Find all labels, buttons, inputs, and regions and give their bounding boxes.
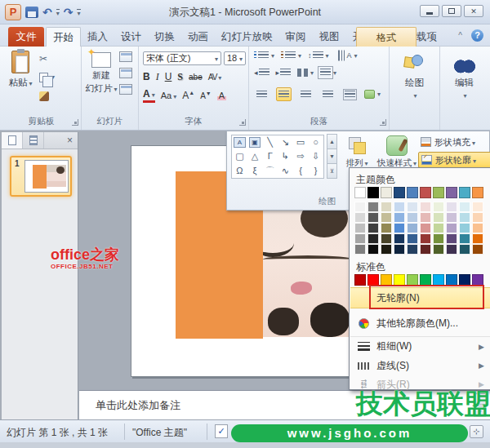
theme-color-variant-swatch[interactable]	[433, 212, 444, 223]
theme-color-variant-swatch[interactable]	[446, 223, 457, 233]
italic-button[interactable]: I	[156, 71, 159, 83]
standard-color-swatch[interactable]	[381, 274, 392, 286]
tab-4[interactable]: 切换	[148, 27, 181, 47]
theme-color-variant-swatch[interactable]	[354, 223, 366, 233]
standard-color-swatch[interactable]	[420, 274, 431, 286]
theme-color-variant-swatch[interactable]	[433, 233, 444, 244]
scroll-up-icon[interactable]: ▲	[327, 134, 337, 149]
shape-scribble-icon[interactable]: ξ	[247, 164, 263, 178]
collapse-ribbon-icon[interactable]: ^	[458, 31, 462, 40]
shape-left-brace-icon[interactable]: {	[293, 164, 309, 178]
shape-rounded-rectangle-icon[interactable]: ▢	[232, 149, 247, 163]
format-painter-button[interactable]	[39, 89, 67, 103]
align-center-button[interactable]	[276, 87, 292, 101]
shape-fill-button[interactable]: 形状填充	[418, 134, 490, 150]
text-direction-button[interactable]: A	[336, 51, 358, 60]
menu-item-more-outline-colors[interactable]: 其他轮廓颜色(M)...	[350, 313, 490, 333]
arrange-button[interactable]: 排列	[341, 135, 372, 169]
standard-color-swatch[interactable]	[446, 274, 457, 286]
change-case-button[interactable]: Aa	[161, 91, 176, 100]
theme-color-swatch[interactable]	[407, 187, 418, 198]
shape-right-brace-icon[interactable]: }	[308, 164, 323, 178]
tab-1[interactable]: 开始	[46, 27, 81, 47]
theme-color-variant-swatch[interactable]	[368, 244, 379, 255]
tab-8[interactable]: 视图	[313, 27, 346, 47]
theme-color-variant-swatch[interactable]	[354, 244, 366, 255]
standard-color-swatch[interactable]	[433, 274, 444, 286]
numbering-button[interactable]	[281, 51, 301, 60]
theme-color-variant-swatch[interactable]	[472, 223, 483, 233]
theme-color-variant-swatch[interactable]	[394, 223, 405, 233]
theme-color-variant-swatch[interactable]	[394, 202, 405, 212]
tab-format-contextual[interactable]: 格式	[356, 27, 416, 47]
theme-color-variant-swatch[interactable]	[472, 233, 483, 244]
more-shapes-icon[interactable]: ⊻	[327, 163, 337, 179]
font-dialog-launcher[interactable]	[239, 119, 246, 126]
drawing-button[interactable]: 绘图	[390, 47, 439, 130]
theme-color-variant-swatch[interactable]	[459, 212, 470, 223]
theme-color-variant-swatch[interactable]	[420, 212, 431, 223]
paragraph-dialog-launcher[interactable]	[380, 119, 386, 126]
theme-color-variant-swatch[interactable]	[354, 233, 366, 244]
shape-oval-icon[interactable]: ○	[308, 135, 323, 149]
theme-color-variant-swatch[interactable]	[368, 202, 379, 212]
shape-elbow-connector-icon[interactable]: Γ	[262, 149, 278, 163]
bullets-button[interactable]	[254, 51, 274, 60]
tab-6[interactable]: 幻灯片放映	[215, 27, 279, 47]
character-spacing-button[interactable]: AV	[208, 73, 221, 82]
grow-font-button[interactable]: A▲	[182, 90, 194, 101]
scroll-down-icon[interactable]: ▼	[327, 149, 337, 164]
theme-color-variant-swatch[interactable]	[394, 233, 405, 244]
shape-right-arrow-icon[interactable]: ⇨	[293, 149, 309, 163]
theme-color-variant-swatch[interactable]	[381, 202, 392, 212]
theme-color-variant-swatch[interactable]	[381, 212, 392, 223]
theme-color-swatch[interactable]	[472, 187, 483, 198]
outline-tab[interactable]	[23, 132, 44, 149]
standard-color-swatch[interactable]	[472, 274, 483, 286]
theme-color-variant-swatch[interactable]	[420, 244, 431, 255]
align-right-button[interactable]	[298, 87, 314, 101]
theme-color-swatch[interactable]	[420, 187, 431, 198]
help-icon[interactable]: ?	[471, 29, 483, 42]
theme-color-variant-swatch[interactable]	[354, 202, 366, 212]
strikethrough-button[interactable]: abe	[189, 73, 203, 82]
increase-indent-button[interactable]: ▸	[276, 69, 292, 77]
tab-7[interactable]: 审阅	[279, 27, 313, 47]
distribute-button[interactable]	[342, 87, 358, 101]
theme-color-swatch[interactable]	[368, 187, 379, 198]
theme-color-variant-swatch[interactable]	[381, 244, 392, 255]
theme-color-variant-swatch[interactable]	[433, 223, 444, 233]
theme-color-variant-swatch[interactable]	[446, 212, 457, 223]
shape-picture-icon[interactable]: ▣	[249, 137, 261, 148]
spell-check-icon[interactable]: ✓	[215, 424, 228, 438]
theme-color-variant-swatch[interactable]	[407, 212, 418, 223]
close-panel-icon[interactable]: ×	[67, 135, 73, 146]
shape-line-arrow-icon[interactable]: ↘	[278, 135, 293, 149]
close-button[interactable]: ✕	[464, 5, 483, 17]
theme-color-variant-swatch[interactable]	[368, 212, 379, 223]
theme-color-swatch[interactable]	[354, 187, 366, 198]
tab-2[interactable]: 插入	[81, 27, 114, 47]
theme-color-variant-swatch[interactable]	[420, 223, 431, 233]
theme-color-swatch[interactable]	[433, 187, 444, 198]
font-name-combobox[interactable]: 宋体 (正文)	[143, 51, 221, 65]
standard-color-swatch[interactable]	[368, 274, 379, 286]
theme-color-variant-swatch[interactable]	[459, 244, 470, 255]
shape-curve-icon[interactable]: ∿	[278, 164, 293, 178]
theme-color-variant-swatch[interactable]	[381, 223, 392, 233]
theme-color-variant-swatch[interactable]	[459, 223, 470, 233]
align-left-button[interactable]	[254, 87, 270, 101]
tab-file[interactable]: 文件	[8, 27, 44, 47]
shape-rectangle-icon[interactable]: ▭	[293, 135, 309, 149]
new-slide-button[interactable]: 新建 幻灯片	[85, 51, 118, 126]
restore-button[interactable]	[442, 5, 461, 17]
tab-5[interactable]: 动画	[181, 27, 215, 47]
theme-color-variant-swatch[interactable]	[394, 244, 405, 255]
theme-color-swatch[interactable]	[459, 187, 470, 198]
copy-button[interactable]	[39, 70, 67, 84]
standard-color-swatch[interactable]	[407, 274, 418, 286]
font-color-button[interactable]: A	[143, 89, 155, 103]
theme-color-swatch[interactable]	[394, 187, 405, 198]
justify-button[interactable]	[320, 87, 336, 101]
shape-freeform-icon[interactable]: Ω	[232, 164, 247, 178]
